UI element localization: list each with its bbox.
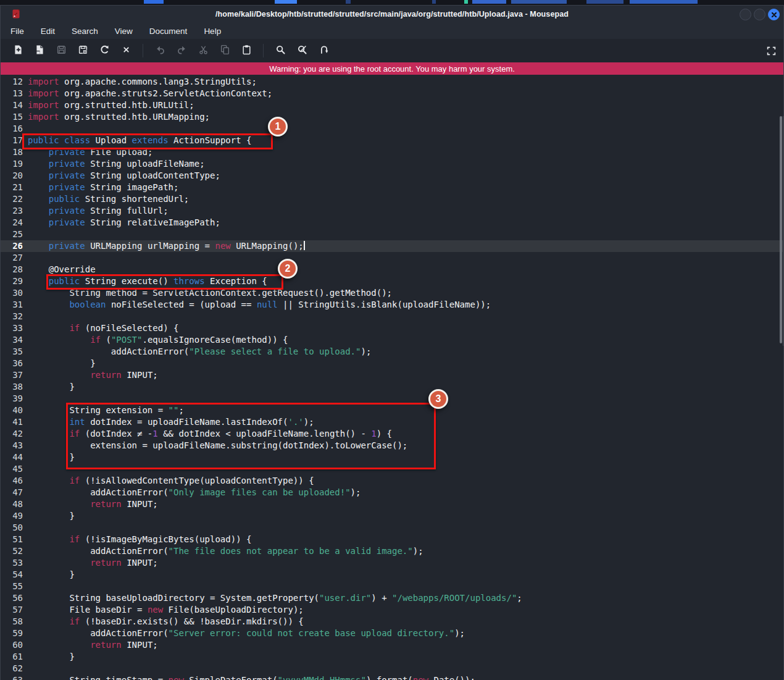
code-line-15: 15import org.strutted.htb.URLMapping;	[1, 111, 783, 123]
line-number: 26	[1, 240, 23, 252]
mousepad-app-icon	[11, 9, 21, 20]
open-document-button[interactable]	[33, 44, 46, 57]
code-line-13: 13import org.apache.struts2.ServletActio…	[1, 88, 783, 99]
redo-button[interactable]	[175, 44, 188, 57]
line-number: 38	[1, 381, 23, 393]
annotation-number-3: 3	[428, 389, 448, 409]
desktop-background-strip	[0, 0, 784, 5]
code-line-48: 48 return INPUT;	[1, 498, 783, 510]
close-button[interactable]	[768, 9, 780, 20]
line-number: 51	[1, 534, 23, 545]
undo-button[interactable]	[153, 44, 167, 57]
taskbar-fragment	[511, 0, 567, 4]
code-editor[interactable]: 12import org.apache.commons.lang3.String…	[1, 75, 783, 680]
maximize-button[interactable]	[754, 9, 765, 20]
taskbar-fragment	[630, 0, 698, 4]
line-number: 45	[1, 463, 23, 475]
line-number: 35	[1, 346, 23, 358]
code-line-21: 21 private String imagePath;	[1, 182, 783, 193]
annotation-box-3	[66, 403, 436, 469]
code-line-59: 59 addActionError("Server error: could n…	[1, 628, 783, 639]
code-line-63: 63 String timeStamp = new SimpleDateForm…	[1, 674, 783, 680]
reload-button[interactable]	[98, 44, 111, 57]
line-number: 60	[1, 639, 23, 651]
line-number: 13	[1, 88, 23, 99]
toolbar-separator	[143, 44, 143, 57]
undo-icon	[155, 44, 165, 57]
copy-button[interactable]	[218, 44, 231, 57]
new-document-button[interactable]	[11, 44, 25, 57]
line-number: 33	[1, 322, 23, 334]
line-number: 36	[1, 358, 23, 369]
new-document-icon	[13, 44, 23, 57]
line-number: 42	[1, 428, 23, 440]
save-button[interactable]	[54, 44, 68, 57]
close-file-button[interactable]	[119, 44, 133, 57]
line-number: 59	[1, 628, 23, 639]
scrollbar-thumb[interactable]	[780, 116, 782, 343]
menu-item-view[interactable]: View	[115, 27, 133, 36]
line-number: 29	[1, 275, 23, 287]
code-line-23: 23 private String fullUrl;	[1, 205, 783, 217]
code-line-24: 24 private String relativeImagePath;	[1, 217, 783, 229]
menu-item-file[interactable]: File	[10, 27, 24, 36]
code-line-49: 49 }	[1, 510, 783, 522]
root-warning-banner: Warning: you are using the root account.…	[1, 62, 783, 75]
line-number: 49	[1, 510, 23, 522]
line-number: 23	[1, 205, 23, 217]
line-number: 19	[1, 158, 23, 170]
code-line-51: 51 if (!isImageByMagicBytes(upload)) {	[1, 534, 783, 545]
code-line-61: 61 }	[1, 651, 783, 663]
code-line-56: 56 String baseUploadDirectory = System.g…	[1, 592, 783, 604]
line-number: 15	[1, 111, 23, 123]
save-as-icon	[78, 44, 88, 57]
minimize-button[interactable]	[740, 9, 751, 20]
menubar: FileEditSearchViewDocumentHelp	[1, 23, 783, 39]
reload-icon	[99, 44, 110, 57]
fullscreen-button[interactable]	[764, 44, 778, 57]
line-number: 20	[1, 170, 23, 182]
line-number: 56	[1, 592, 23, 604]
toolbar	[1, 39, 783, 62]
menu-item-edit[interactable]: Edit	[41, 27, 55, 36]
menu-item-document[interactable]: Document	[149, 27, 188, 36]
annotation-box-1	[22, 133, 273, 149]
line-number: 61	[1, 651, 23, 663]
taskbar-fragment	[144, 0, 164, 4]
code-line-34: 34 if ("POST".equalsIgnoreCase(method)) …	[1, 334, 783, 346]
code-line-57: 57 File baseDir = new File(baseUploadDir…	[1, 604, 783, 616]
save-icon	[56, 44, 67, 57]
copy-icon	[220, 44, 230, 57]
code-line-38: 38 }	[1, 381, 783, 393]
paste-icon	[241, 44, 252, 57]
code-line-52: 52 addActionError("The file does not app…	[1, 545, 783, 557]
line-number: 62	[1, 663, 23, 674]
taskbar-fragment	[464, 0, 468, 4]
line-number: 37	[1, 369, 23, 381]
paste-button[interactable]	[240, 44, 253, 57]
code-line-36: 36 }	[1, 358, 783, 369]
code-line-25: 25	[1, 229, 783, 240]
line-number: 22	[1, 193, 23, 205]
menu-item-search[interactable]: Search	[72, 27, 98, 36]
cut-button[interactable]	[196, 44, 210, 57]
line-number: 12	[1, 76, 23, 88]
line-number: 43	[1, 440, 23, 451]
line-number: 54	[1, 569, 23, 581]
find-replace-button[interactable]	[295, 44, 309, 57]
menu-item-help[interactable]: Help	[204, 27, 221, 36]
jump-to-button[interactable]	[317, 44, 330, 57]
code-line-31: 31 boolean noFileSelected = (upload == n…	[1, 299, 783, 311]
redo-icon	[177, 44, 187, 57]
find-button[interactable]	[273, 44, 287, 57]
titlebar[interactable]: /home/kali/Desktop/htb/strutted/strutted…	[1, 6, 783, 23]
annotation-number-2: 2	[278, 259, 298, 279]
code-line-37: 37 return INPUT;	[1, 369, 783, 381]
save-as-button[interactable]	[76, 44, 90, 57]
find-replace-icon	[297, 44, 307, 57]
line-number: 63	[1, 674, 23, 680]
code-area: 12import org.apache.commons.lang3.String…	[1, 76, 783, 680]
code-line-54: 54 }	[1, 569, 783, 581]
line-number: 28	[1, 264, 23, 275]
code-line-58: 58 if (!baseDir.exists() && !baseDir.mkd…	[1, 616, 783, 628]
